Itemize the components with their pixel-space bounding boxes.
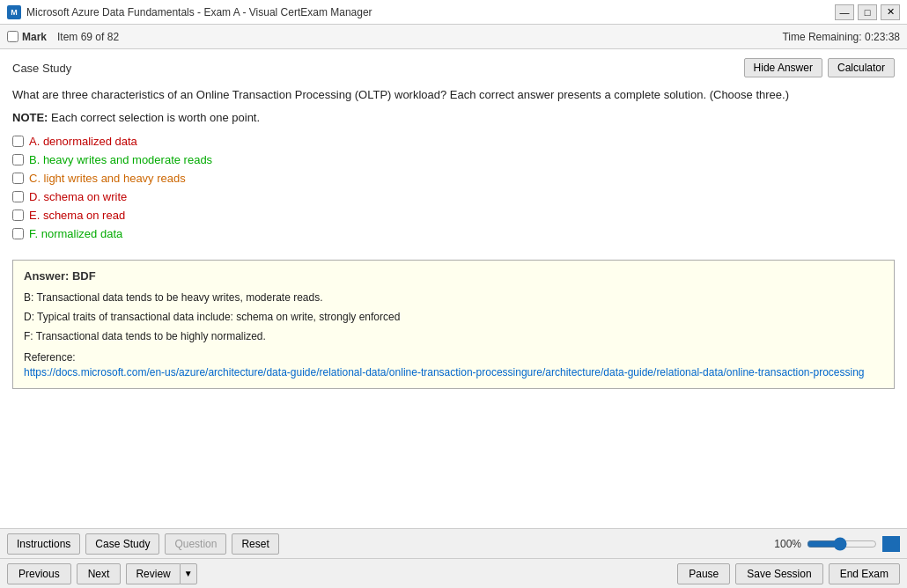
- note-text: NOTE: Each correct selection is worth on…: [12, 111, 895, 124]
- bottom-toolbar: Instructions Case Study Question Reset 1…: [0, 528, 907, 558]
- note-content: Each correct selection is worth one poin…: [51, 111, 260, 124]
- option-item-d[interactable]: D. schema on write: [12, 190, 895, 203]
- pause-button[interactable]: Pause: [677, 563, 730, 584]
- option-checkbox-e[interactable]: [12, 209, 24, 221]
- option-item-c[interactable]: C. light writes and heavy reads: [12, 172, 895, 185]
- review-group: Review ▼: [126, 563, 196, 584]
- option-label-e: E. schema on read: [29, 209, 125, 222]
- toolbar-row: Mark Item 69 of 82 Time Remaining: 0:23:…: [0, 25, 907, 49]
- option-checkbox-d[interactable]: [12, 191, 24, 202]
- option-label-d: D. schema on write: [29, 190, 127, 203]
- option-checkbox-f[interactable]: [12, 228, 24, 239]
- minimize-button[interactable]: —: [835, 4, 854, 20]
- case-study-button[interactable]: Case Study: [85, 533, 159, 555]
- options-list: A. denormalized data B. heavy writes and…: [12, 135, 895, 246]
- title-bar: M Microsoft Azure Data Fundamentals - Ex…: [0, 0, 907, 25]
- end-exam-button[interactable]: End Exam: [829, 563, 900, 584]
- answer-line-f: F: Transactional data tends to be highly…: [24, 328, 883, 344]
- instructions-button[interactable]: Instructions: [7, 533, 80, 555]
- item-info: Item 69 of 82: [57, 31, 771, 43]
- calculator-button[interactable]: Calculator: [828, 58, 895, 77]
- review-dropdown-button[interactable]: ▼: [180, 563, 197, 584]
- nav-bar: Previous Next Review ▼ Pause Save Sessio…: [0, 558, 907, 588]
- save-session-button[interactable]: Save Session: [735, 563, 822, 584]
- option-item-b[interactable]: B. heavy writes and moderate reads: [12, 153, 895, 166]
- zoom-indicator: [882, 536, 900, 552]
- option-label-b: B. heavy writes and moderate reads: [29, 153, 212, 166]
- option-checkbox-c[interactable]: [12, 173, 24, 184]
- zoom-slider[interactable]: [807, 537, 877, 551]
- main-content: Case Study Hide Answer Calculator What a…: [0, 49, 907, 528]
- answer-box: Answer: BDF B: Transactional data tends …: [12, 260, 895, 390]
- option-checkbox-a[interactable]: [12, 136, 24, 147]
- question-text: What are three characteristics of an Onl…: [12, 86, 895, 104]
- window-controls: — □ ✕: [835, 4, 900, 20]
- note-bold: NOTE:: [12, 111, 48, 124]
- next-button[interactable]: Next: [77, 563, 122, 584]
- close-button[interactable]: ✕: [881, 4, 900, 20]
- option-label-c: C. light writes and heavy reads: [29, 172, 186, 185]
- previous-button[interactable]: Previous: [7, 563, 71, 584]
- header-buttons: Hide Answer Calculator: [744, 58, 895, 77]
- reset-button[interactable]: Reset: [232, 533, 278, 555]
- case-study-header: Case Study Hide Answer Calculator: [12, 58, 895, 77]
- answer-line-d: D: Typical traits of transactional data …: [24, 309, 883, 325]
- mark-label[interactable]: Mark: [22, 31, 47, 43]
- option-label-a: A. denormalized data: [29, 135, 137, 148]
- app-icon: M: [7, 5, 21, 19]
- window-title: Microsoft Azure Data Fundamentals - Exam…: [26, 6, 830, 18]
- option-item-a[interactable]: A. denormalized data: [12, 135, 895, 148]
- review-button[interactable]: Review: [126, 563, 179, 584]
- mark-checkbox[interactable]: [7, 31, 18, 42]
- reference-link: https://docs.microsoft.com/en-us/azure/a…: [24, 365, 883, 380]
- reference-label: Reference:: [24, 351, 883, 364]
- option-checkbox-b[interactable]: [12, 154, 24, 165]
- zoom-label: 100%: [774, 538, 801, 550]
- option-item-f[interactable]: F. normalized data: [12, 227, 895, 240]
- zoom-section: 100%: [774, 536, 900, 552]
- question-button[interactable]: Question: [165, 533, 226, 555]
- option-item-e[interactable]: E. schema on read: [12, 209, 895, 222]
- maximize-button[interactable]: □: [858, 4, 877, 20]
- answer-line-b: B: Transactional data tends to be heavy …: [24, 290, 883, 305]
- time-remaining: Time Remaining: 0:23:38: [782, 31, 900, 43]
- option-label-f: F. normalized data: [29, 227, 122, 240]
- mark-section: Mark: [7, 31, 47, 43]
- answer-header: Answer: BDF: [24, 269, 883, 283]
- hide-answer-button[interactable]: Hide Answer: [744, 58, 822, 77]
- case-study-title: Case Study: [12, 62, 71, 75]
- right-nav-buttons: Pause Save Session End Exam: [677, 563, 900, 584]
